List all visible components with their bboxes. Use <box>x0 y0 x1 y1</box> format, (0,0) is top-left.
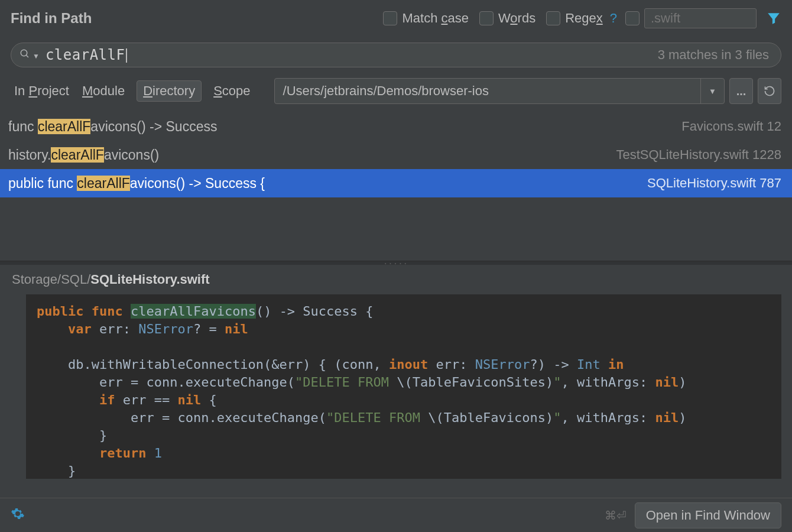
scope-tab-directory[interactable]: Directory <box>137 80 202 102</box>
open-in-find-window-button[interactable]: Open in Find Window <box>635 502 781 528</box>
browse-directory-button[interactable]: ... <box>729 78 753 104</box>
result-file-label: Favicons.swift 12 <box>681 119 781 134</box>
gear-icon[interactable] <box>11 507 25 524</box>
match-count-label: 3 matches in 3 files <box>658 47 769 63</box>
shortcut-hint: ⌘⏎ <box>605 508 627 523</box>
filemask-input[interactable] <box>644 8 757 28</box>
filter-icon[interactable] <box>766 11 781 26</box>
words-label: Words <box>498 11 535 26</box>
regex-checkbox[interactable] <box>546 11 560 25</box>
regex-help-icon[interactable]: ? <box>610 11 617 26</box>
breadcrumb: Storage/SQL/SQLiteHistory.swift <box>0 265 792 294</box>
resize-handle[interactable]: • • • • • <box>0 261 792 265</box>
result-file-label: SQLiteHistory.swift 787 <box>647 176 781 191</box>
directory-path-text: /Users/jetbrains/Demos/browser-ios <box>283 83 700 99</box>
dialog-title: Find in Path <box>11 10 383 27</box>
filemask-checkbox[interactable] <box>625 11 640 25</box>
result-row[interactable]: history.clearAllFavicons() TestSQLiteHis… <box>0 141 792 169</box>
match-case-label: Match case <box>402 11 469 26</box>
match-case-checkbox[interactable] <box>383 11 397 25</box>
search-field[interactable]: ▼ clearAllF 3 matches in 3 files <box>11 43 781 67</box>
svg-line-1 <box>26 55 28 57</box>
path-history-dropdown[interactable]: ▼ <box>700 79 724 103</box>
scope-tab-project[interactable]: In Project <box>13 81 70 101</box>
directory-path-field[interactable]: /Users/jetbrains/Demos/browser-ios ▼ <box>274 78 725 104</box>
refresh-button[interactable] <box>758 78 781 104</box>
results-list: func clearAllFavicons() -> Success Favic… <box>0 112 792 197</box>
scope-tab-scope[interactable]: Scope <box>212 81 251 101</box>
regex-label: Regex <box>565 11 603 26</box>
code-preview[interactable]: public func clearAllFavicons() -> Succes… <box>26 294 781 479</box>
search-icon <box>20 47 30 63</box>
svg-point-0 <box>21 50 27 56</box>
result-row[interactable]: func clearAllFavicons() -> Success Favic… <box>0 112 792 141</box>
words-checkbox[interactable] <box>479 11 494 25</box>
scope-tab-module[interactable]: Module <box>81 81 126 101</box>
search-history-dropdown[interactable]: ▼ <box>33 52 40 60</box>
result-row[interactable]: public func clearAllFavicons() -> Succes… <box>0 169 792 197</box>
result-file-label: TestSQLiteHistory.swift 1228 <box>616 147 781 163</box>
search-text: clearAllF <box>46 47 658 63</box>
